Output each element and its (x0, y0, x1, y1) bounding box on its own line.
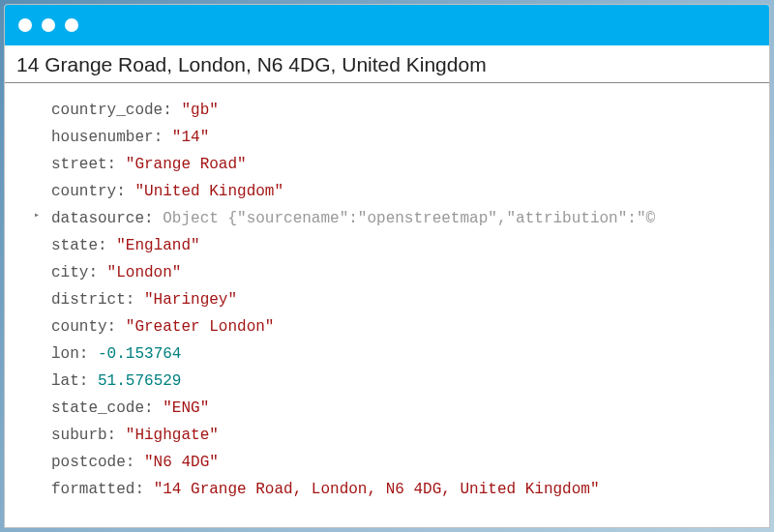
property-key: lat (51, 372, 79, 390)
colon: : (154, 129, 172, 146)
property-key: suburb (51, 427, 107, 444)
property-row: lat: 51.576529 (5, 368, 769, 395)
window-frame: 14 Grange Road, London, N6 4DG, United K… (4, 4, 770, 528)
property-key: country (51, 183, 116, 200)
property-key: formatted (51, 481, 134, 498)
property-row: country: "United Kingdom" (5, 178, 769, 205)
property-key: housenumber (51, 129, 154, 146)
property-row: lon: -0.153764 (5, 340, 769, 368)
property-key: state (51, 237, 98, 254)
property-value: "England" (116, 237, 199, 254)
colon: : (116, 183, 134, 200)
property-value: "14 Grange Road, London, N6 4DG, United … (154, 481, 600, 498)
property-key: city (51, 264, 88, 281)
colon: : (107, 318, 126, 336)
property-row: housenumber: "14" (5, 124, 769, 151)
colon: : (88, 264, 106, 281)
close-icon[interactable] (18, 18, 32, 32)
property-row: street: "Grange Road" (5, 151, 769, 178)
property-value: 51.576529 (98, 372, 181, 390)
property-value: "Haringey" (144, 291, 237, 309)
minimize-icon[interactable] (42, 18, 55, 32)
titlebar (5, 5, 769, 45)
colon: : (107, 427, 126, 444)
property-value[interactable]: Object {"sourcename":"openstreetmap","at… (163, 210, 655, 227)
property-key: state_code (51, 399, 144, 417)
colon: : (98, 237, 116, 254)
property-value: "Greater London" (126, 318, 275, 336)
property-value: -0.153764 (98, 345, 181, 363)
expand-arrow-icon[interactable]: ▸ (34, 207, 40, 224)
colon: : (107, 156, 126, 173)
property-row-expandable: ▸ datasource: Object {"sourcename":"open… (5, 205, 769, 232)
property-key: lon (51, 345, 79, 363)
property-row: state_code: "ENG" (5, 395, 769, 422)
property-value: "Highgate" (126, 427, 219, 444)
property-key: datasource (51, 210, 144, 227)
property-key: county (51, 318, 107, 336)
property-row: city: "London" (5, 259, 769, 286)
property-key: district (51, 291, 126, 309)
property-key: country_code (51, 102, 163, 119)
property-row: district: "Haringey" (5, 286, 769, 313)
property-value: "gb" (181, 102, 218, 119)
colon: : (126, 454, 144, 471)
colon: : (144, 399, 163, 417)
maximize-icon[interactable] (65, 18, 78, 32)
property-row: formatted: "14 Grange Road, London, N6 4… (5, 476, 769, 503)
property-value: "ENG" (163, 399, 209, 417)
colon: : (134, 481, 153, 498)
property-row: county: "Greater London" (5, 313, 769, 340)
property-key: street (51, 156, 107, 173)
property-key: postcode (51, 454, 126, 471)
property-row: suburb: "Highgate" (5, 422, 769, 449)
colon: : (79, 345, 98, 363)
property-value: "London" (107, 264, 182, 281)
colon: : (79, 372, 98, 390)
property-value: "Grange Road" (126, 156, 247, 173)
property-row: country_code: "gb" (5, 97, 769, 124)
json-viewer: country_code: "gb" housenumber: "14" str… (5, 83, 769, 503)
property-value: "N6 4DG" (144, 454, 219, 471)
property-value: "14" (172, 129, 209, 146)
content-pane: 14 Grange Road, London, N6 4DG, United K… (5, 45, 769, 527)
address-title: 14 Grange Road, London, N6 4DG, United K… (5, 45, 769, 83)
property-value: "United Kingdom" (134, 183, 283, 200)
colon: : (126, 291, 144, 309)
colon: : (144, 210, 163, 227)
property-row: postcode: "N6 4DG" (5, 449, 769, 476)
colon: : (163, 102, 181, 119)
property-row: state: "England" (5, 232, 769, 259)
